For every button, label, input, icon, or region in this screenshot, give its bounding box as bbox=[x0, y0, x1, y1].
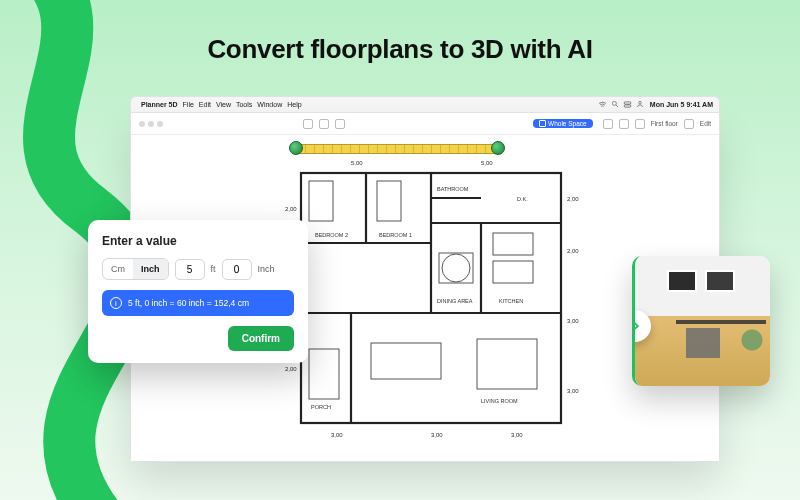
toolbar-grid-icon[interactable] bbox=[603, 119, 613, 129]
search-icon[interactable] bbox=[611, 100, 619, 109]
preview-wall-art-2 bbox=[705, 270, 735, 292]
measurement-ruler[interactable] bbox=[296, 144, 496, 154]
inch-input[interactable]: 0 bbox=[222, 259, 252, 280]
control-center-icon[interactable] bbox=[623, 100, 632, 110]
unit-cm-option[interactable]: Cm bbox=[103, 259, 133, 279]
svg-rect-20 bbox=[371, 343, 441, 379]
toolbar-layers-icon[interactable] bbox=[619, 119, 629, 129]
svg-text:3,00: 3,00 bbox=[431, 432, 443, 438]
preview-wall-art-1 bbox=[667, 270, 697, 292]
user-icon[interactable] bbox=[636, 100, 644, 109]
svg-rect-22 bbox=[309, 349, 339, 399]
feet-unit-label: ft bbox=[211, 264, 216, 274]
svg-text:2,00: 2,00 bbox=[567, 248, 579, 254]
svg-rect-19 bbox=[493, 261, 533, 283]
svg-rect-14 bbox=[309, 181, 333, 221]
menu-edit[interactable]: Edit bbox=[199, 101, 211, 108]
ruler-handle-right[interactable] bbox=[491, 141, 505, 155]
svg-point-16 bbox=[442, 254, 470, 282]
label-dk: D.K. bbox=[517, 196, 528, 202]
label-bedroom1: BEDROOM 1 bbox=[379, 232, 412, 238]
label-kitchen: KITCHEN bbox=[499, 298, 523, 304]
svg-text:3,00: 3,00 bbox=[567, 318, 579, 324]
mode-whole-space-button[interactable]: Whole Space bbox=[533, 119, 593, 128]
floorplan-drawing: BEDROOM 2 BEDROOM 1 BATHROOM D.K. DINING… bbox=[281, 153, 581, 443]
svg-rect-17 bbox=[439, 253, 473, 283]
info-icon: i bbox=[110, 297, 122, 309]
svg-text:5,00: 5,00 bbox=[481, 160, 493, 166]
menu-tools[interactable]: Tools bbox=[236, 101, 252, 108]
svg-line-1 bbox=[616, 105, 618, 107]
toolbar-settings-icon[interactable] bbox=[684, 119, 694, 129]
svg-text:3,00: 3,00 bbox=[331, 432, 343, 438]
wifi-icon[interactable] bbox=[598, 100, 607, 110]
svg-point-0 bbox=[612, 101, 616, 105]
menu-file[interactable]: File bbox=[183, 101, 194, 108]
toolbar-lock-icon[interactable] bbox=[635, 119, 645, 129]
chevron-right-icon bbox=[632, 319, 642, 333]
feet-input[interactable]: 5 bbox=[175, 259, 205, 280]
svg-rect-21 bbox=[477, 339, 537, 389]
svg-text:5,00: 5,00 bbox=[351, 160, 363, 166]
svg-rect-15 bbox=[377, 181, 401, 221]
floor-selector[interactable]: First floor bbox=[651, 120, 678, 127]
mac-menubar: Planner 5D File Edit View Tools Window H… bbox=[130, 96, 720, 112]
confirm-button[interactable]: Confirm bbox=[228, 326, 294, 351]
enter-value-dialog: Enter a value Cm Inch 5 ft 0 Inch i 5 ft… bbox=[88, 220, 308, 363]
svg-rect-2 bbox=[624, 101, 631, 103]
svg-point-4 bbox=[639, 101, 642, 104]
unit-inch-option[interactable]: Inch bbox=[133, 259, 168, 279]
menu-app[interactable]: Planner 5D bbox=[141, 101, 178, 108]
toolbar-tool-2[interactable] bbox=[319, 119, 329, 129]
label-porch: PORCH bbox=[311, 404, 331, 410]
ruler-handle-left[interactable] bbox=[289, 141, 303, 155]
svg-text:2,00: 2,00 bbox=[567, 196, 579, 202]
svg-text:3,00: 3,00 bbox=[567, 388, 579, 394]
dialog-title: Enter a value bbox=[102, 234, 294, 248]
menu-help[interactable]: Help bbox=[287, 101, 301, 108]
label-bedroom2: BEDROOM 2 bbox=[315, 232, 348, 238]
conversion-text: 5 ft, 0 inch = 60 inch = 152,4 cm bbox=[128, 298, 249, 308]
page-headline: Convert floorplans to 3D with AI bbox=[0, 34, 800, 65]
svg-text:3,00: 3,00 bbox=[511, 432, 523, 438]
menubar-clock: Mon Jun 5 9:41 AM bbox=[650, 101, 713, 108]
toolbar-tool-1[interactable] bbox=[303, 119, 313, 129]
label-living: LIVING ROOM bbox=[481, 398, 518, 404]
menu-window[interactable]: Window bbox=[257, 101, 282, 108]
svg-rect-18 bbox=[493, 233, 533, 255]
svg-text:2,00: 2,00 bbox=[285, 366, 297, 372]
label-dining: DINING AREA bbox=[437, 298, 473, 304]
menu-view[interactable]: View bbox=[216, 101, 231, 108]
label-bathroom: BATHROOM bbox=[437, 186, 469, 192]
svg-text:2,00: 2,00 bbox=[285, 206, 297, 212]
svg-rect-3 bbox=[624, 104, 631, 106]
conversion-banner: i 5 ft, 0 inch = 60 inch = 152,4 cm bbox=[102, 290, 294, 316]
toolbar-tool-3[interactable] bbox=[335, 119, 345, 129]
preview-3d-scene bbox=[635, 256, 770, 386]
preview-3d-card bbox=[632, 256, 770, 386]
unit-segmented-control[interactable]: Cm Inch bbox=[102, 258, 169, 280]
inch-unit-label: Inch bbox=[258, 264, 275, 274]
window-controls[interactable] bbox=[139, 121, 163, 127]
edit-button[interactable]: Edit bbox=[700, 120, 711, 127]
app-toolbar: Whole Space First floor Edit bbox=[131, 113, 719, 135]
